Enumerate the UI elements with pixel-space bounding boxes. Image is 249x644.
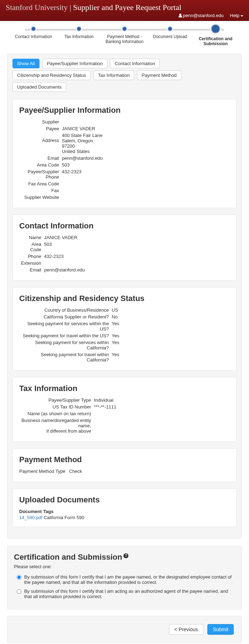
section-title: Tax Information: [19, 384, 230, 393]
section-citizenship: Citizenship and Residency Status Country…: [12, 287, 237, 371]
step-contact[interactable]: Contact Information: [11, 25, 56, 39]
progress-stepper: Contact Information Tax Information Paym…: [0, 21, 249, 46]
step-document-upload[interactable]: Document Upload: [147, 25, 193, 39]
certification-panel: Certification and Submission? Please sel…: [7, 546, 242, 609]
form-actions: < Previous Submit: [7, 616, 242, 643]
section-title: Payment Method: [19, 455, 230, 464]
section-payment-method: Payment Method Payment Method TypeCheck: [12, 448, 237, 482]
portal-name: Supplier and Payee Request Portal: [73, 3, 181, 12]
app-header: Stanford University | Supplier and Payee…: [0, 0, 249, 21]
tab-payment-method[interactable]: Payment Method: [137, 70, 181, 80]
step-tax[interactable]: Tax Information: [56, 25, 102, 39]
document-tags-header: Document Tags: [19, 509, 230, 514]
tab-uploaded-docs[interactable]: Uploaded Documents: [12, 82, 66, 92]
section-uploaded-documents: Uploaded Documents Document Tags 14_590.…: [12, 489, 237, 527]
summary-panel: Show All Payee/Supplier Information Cont…: [7, 53, 242, 539]
section-tax: Tax Information Payee/Supplier TypeIndiv…: [12, 377, 237, 442]
tab-citizenship[interactable]: Citizenship and Residency Status: [12, 70, 91, 80]
tab-show-all[interactable]: Show All: [12, 59, 39, 68]
document-link[interactable]: 14_590.pdf: [19, 515, 42, 520]
step-certification[interactable]: Certification and Submission: [193, 25, 238, 46]
org-name: Stanford University: [6, 3, 68, 12]
certification-title: Certification and Submission?: [14, 553, 235, 562]
cert-option-2[interactable]: By submission of this form I certify tha…: [14, 588, 235, 599]
step-payment-method[interactable]: Payment Method - Banking Information: [102, 25, 147, 44]
certification-subtitle: Please select one:: [14, 564, 235, 569]
cert-option-1[interactable]: By submission of this form I certify tha…: [14, 574, 235, 585]
cert-radio-2[interactable]: [17, 589, 21, 594]
help-icon[interactable]: ?: [123, 553, 128, 558]
chevron-down-icon: [240, 15, 243, 17]
tab-tax[interactable]: Tax Information: [94, 70, 134, 80]
tab-contact[interactable]: Contact Information: [110, 59, 159, 68]
previous-button[interactable]: < Previous: [169, 624, 203, 635]
user-link[interactable]: penn@stanford.edu: [179, 13, 223, 18]
tab-payee-supplier[interactable]: Payee/Supplier Information: [42, 59, 107, 68]
section-payee-supplier: Payee/Supplier Information Supplier Paye…: [12, 99, 237, 208]
help-menu[interactable]: Help: [230, 13, 243, 18]
section-tabs: Show All Payee/Supplier Information Cont…: [12, 59, 237, 94]
section-title: Payee/Supplier Information: [19, 106, 230, 115]
section-title: Citizenship and Residency Status: [19, 294, 230, 303]
person-icon: [179, 14, 182, 17]
section-title: Uploaded Documents: [19, 495, 230, 505]
cert-radio-1[interactable]: [17, 575, 21, 580]
section-contact: Contact Information NameJANICE VADER Are…: [12, 215, 237, 281]
header-title: Stanford University | Supplier and Payee…: [6, 3, 243, 12]
section-title: Contact Information: [19, 221, 230, 231]
submit-button[interactable]: Submit: [207, 624, 234, 635]
